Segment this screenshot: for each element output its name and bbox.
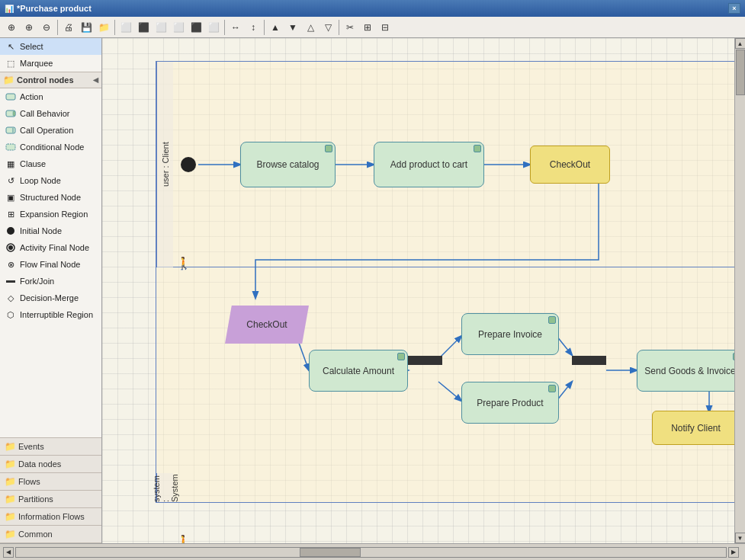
align-left-button[interactable]: ⬜ (117, 19, 134, 36)
cut-button[interactable]: ✂ (342, 19, 358, 36)
zoom-out-button[interactable]: ⊖ (38, 19, 55, 36)
calculate-corner (397, 353, 405, 360)
fork-join-icon (5, 275, 17, 287)
calculate-node[interactable]: Calculate Amount (309, 350, 408, 392)
partitions-section[interactable]: 📁 Partitions (0, 491, 101, 508)
common-folder-icon: 📁 (5, 529, 16, 539)
save-button[interactable]: 💾 (78, 19, 95, 36)
print-button[interactable]: 🖨 (60, 19, 77, 36)
svg-rect-9 (6, 280, 15, 283)
browse-catalog-corner (325, 145, 332, 152)
scroll-left-button[interactable]: ◀ (3, 547, 14, 558)
info-flows-folder-icon: 📁 (5, 511, 16, 522)
send-bwd-button[interactable]: ▽ (320, 19, 336, 36)
flows-section[interactable]: 📁 Flows (0, 473, 101, 491)
scroll-down-button[interactable]: ▼ (735, 533, 746, 543)
lane-top-label: user : Client (156, 62, 173, 267)
add-product-corner (474, 145, 481, 152)
checkout-call-node[interactable]: CheckOut (225, 306, 309, 344)
toolbar-sep-3 (224, 20, 225, 35)
clause-icon: ▦ (5, 158, 17, 170)
align-bottom-button[interactable]: ⬜ (205, 19, 222, 36)
swim-lane-container: user : Client system : System (156, 61, 734, 503)
align-right-button[interactable]: ⬜ (153, 19, 169, 36)
titlebar: 📊 *Purchase product × (0, 0, 745, 17)
conditional-node-icon (5, 141, 17, 153)
toolbar-sep-1 (57, 20, 58, 35)
export-button[interactable]: 📁 (95, 19, 112, 36)
toolbar-sep-4 (264, 20, 265, 35)
events-section[interactable]: 📁 Events (0, 438, 101, 456)
tool-sections: ↖ Select ⬚ Marquee 📁 Control nodes ◀ Act… (0, 38, 101, 437)
structured-node-tool[interactable]: ▣ Structured Node (0, 189, 101, 206)
bring-fwd-button[interactable]: △ (302, 19, 319, 36)
common-section[interactable]: 📁 Common (0, 526, 101, 543)
close-button[interactable]: × (728, 3, 740, 14)
marquee-tool[interactable]: ⬚ Marquee (0, 55, 101, 72)
call-behavior-tool[interactable]: Call Behavior (0, 105, 101, 122)
toolbar: ⊕ ⊕ ⊖ 🖨 💾 📁 ⬜ ⬛ ⬜ ⬜ ⬛ ⬜ ↔ ↕ ▲ ▼ △ ▽ ✂ ⊞ … (0, 17, 745, 38)
scroll-up-button[interactable]: ▲ (735, 38, 746, 49)
svg-rect-2 (13, 111, 15, 116)
clause-tool[interactable]: ▦ Clause (0, 155, 101, 172)
call-operation-tool[interactable]: Call Operation (0, 122, 101, 139)
checkout-top-node[interactable]: CheckOut (530, 146, 610, 184)
actor-top: 🚶 (176, 256, 191, 270)
grid-button[interactable]: ⊞ (359, 19, 376, 36)
scroll-thumb-horizontal[interactable] (300, 548, 361, 557)
control-nodes-header[interactable]: 📁 Control nodes ◀ (0, 72, 101, 88)
prepare-invoice-node[interactable]: Prepare Invoice (461, 313, 559, 355)
horizontal-scrollbar[interactable] (15, 547, 727, 558)
fork-join-right[interactable] (572, 356, 606, 365)
browse-catalog-node[interactable]: Browse catalog (240, 142, 336, 187)
send-goods-node[interactable]: Send Goods & Invoice (637, 350, 734, 392)
select-tool[interactable]: ↖ Select (0, 38, 101, 55)
send-back-button[interactable]: ▼ (284, 19, 301, 36)
fork-join-tool[interactable]: Fork/Join (0, 273, 101, 290)
interruptible-region-tool[interactable]: ⬡ Interruptible Region (0, 306, 101, 323)
initial-node-tool[interactable]: Initial Node (0, 222, 101, 239)
activity-final-node-icon (5, 242, 17, 254)
prepare-product-node[interactable]: Prepare Product (461, 382, 559, 424)
align-top-button[interactable]: ⬜ (170, 19, 187, 36)
chevron-icon: ◀ (93, 76, 98, 84)
zoom-in-button2[interactable]: ⊕ (21, 19, 37, 36)
information-flows-section[interactable]: 📁 Information Flows (0, 508, 101, 526)
initial-node[interactable] (181, 157, 196, 172)
left-panel: ↖ Select ⬚ Marquee 📁 Control nodes ◀ Act… (0, 38, 102, 543)
align-v-button[interactable]: ⬛ (188, 19, 204, 36)
action-tool[interactable]: Action (0, 88, 101, 105)
scroll-right-button[interactable]: ▶ (728, 547, 739, 558)
dist-h-button[interactable]: ↔ (227, 19, 244, 36)
scroll-track-vertical[interactable] (735, 49, 746, 533)
scroll-thumb-vertical[interactable] (736, 50, 745, 95)
decision-merge-tool[interactable]: ◇ Decision-Merge (0, 290, 101, 306)
send-goods-corner (733, 353, 734, 360)
select-icon: ↖ (5, 40, 17, 53)
call-operation-icon (5, 124, 17, 136)
loop-node-tool[interactable]: ↺ Loop Node (0, 172, 101, 189)
bring-front-button[interactable]: ▲ (267, 19, 284, 36)
right-scrollbar: ▲ ▼ (734, 38, 745, 543)
canvas-area[interactable]: user : Client system : System (102, 38, 734, 543)
snap-button[interactable]: ⊟ (377, 19, 393, 36)
data-nodes-section[interactable]: 📁 Data nodes (0, 456, 101, 473)
align-h-button[interactable]: ⬛ (135, 19, 152, 36)
conditional-node-tool[interactable]: Conditional Node (0, 139, 101, 155)
expansion-region-tool[interactable]: ⊞ Expansion Region (0, 206, 101, 222)
bottom-sections: 📁 Events 📁 Data nodes 📁 Flows 📁 Partitio… (0, 437, 101, 543)
toolbar-sep-5 (339, 20, 339, 35)
statusbar: ◀ ▶ (0, 543, 745, 560)
structured-node-icon: ▣ (5, 191, 17, 203)
window-title: *Purchase product (17, 4, 728, 13)
fork-join-left[interactable] (408, 356, 442, 365)
add-product-node[interactable]: Add product to cart (374, 142, 484, 187)
svg-rect-0 (6, 94, 15, 100)
activity-final-node-tool[interactable]: Activity Final Node (0, 239, 101, 256)
dist-v-button[interactable]: ↕ (245, 19, 262, 36)
window-controls: × (728, 3, 740, 14)
zoom-in-button[interactable]: ⊕ (3, 19, 20, 36)
flow-final-node-tool[interactable]: ⊗ Flow Final Node (0, 256, 101, 273)
call-behavior-icon (5, 107, 17, 120)
notify-client-node[interactable]: Notify Client (652, 411, 734, 445)
